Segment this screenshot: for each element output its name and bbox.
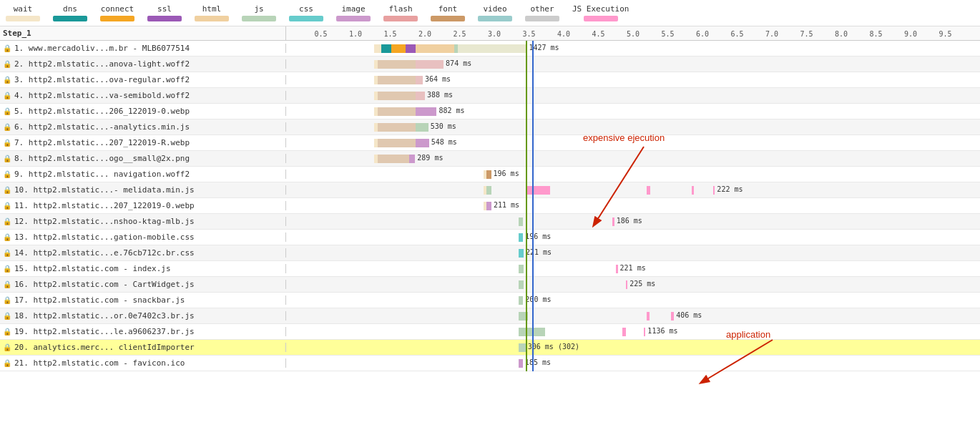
timeline-cell-9: 196 ms bbox=[286, 167, 980, 182]
lock-icon: 🔒 bbox=[3, 76, 11, 84]
row-label-12: 🔒12. http2.mlstatic...nshoo-ktag-mlb.js bbox=[0, 217, 286, 226]
timeline-cell-1: 1427 ms bbox=[286, 41, 980, 57]
bar-segment bbox=[374, 44, 381, 53]
tick-8: 8.0 bbox=[835, 30, 848, 38]
tick-7.5: 7.5 bbox=[800, 30, 813, 38]
bar-segment bbox=[406, 44, 416, 53]
bar-segment bbox=[519, 296, 523, 305]
bar-segment bbox=[416, 44, 454, 53]
vertical-line bbox=[532, 261, 534, 277]
bar-segment bbox=[647, 312, 650, 321]
row-label-1: 🔒1. www.mercadoliv...m.br - MLB6077514 bbox=[0, 44, 286, 53]
timeline-cell-20: 306 ms (302) bbox=[286, 340, 980, 356]
table-row: 🔒14. http2.mlstatic...e.76cb712c.br.css2… bbox=[0, 245, 980, 261]
table-row: 🔒19. http2.mlstatic...le.a9606237.br.js1… bbox=[0, 324, 980, 340]
table-row: 🔒5. http2.mlstatic...206_122019-0.webp88… bbox=[0, 104, 980, 119]
row-label-16: 🔒16. http2.mlstatic.com - CartWidget.js bbox=[0, 280, 286, 289]
table-row: 🔒8. http2.mlstatic...ogo__small@2x.png28… bbox=[0, 151, 980, 167]
legend-item-css: css bbox=[289, 4, 323, 21]
ms-label-8: 289 ms bbox=[417, 154, 443, 162]
vertical-line bbox=[526, 198, 527, 214]
tick-8.5: 8.5 bbox=[869, 30, 882, 38]
table-row: 🔒16. http2.mlstatic.com - CartWidget.js2… bbox=[0, 277, 980, 293]
timeline-cell-7: 548 ms bbox=[286, 135, 980, 151]
table-row: 🔒12. http2.mlstatic...nshoo-ktag-mlb.js1… bbox=[0, 214, 980, 230]
row-label-6: 🔒6. http2.mlstatic...-analytics.min.js bbox=[0, 122, 286, 132]
bar-segment bbox=[526, 186, 550, 195]
bar-segment bbox=[378, 123, 416, 132]
timeline-cell-4: 388 ms bbox=[286, 88, 980, 104]
vertical-line bbox=[532, 308, 534, 324]
row-label-8: 🔒8. http2.mlstatic...ogo__small@2x.png bbox=[0, 154, 286, 163]
vertical-line bbox=[532, 293, 534, 308]
vertical-line bbox=[526, 167, 527, 182]
legend-item-font: font bbox=[431, 4, 465, 21]
timeline-cell-11: 211 ms bbox=[286, 198, 980, 214]
bar-segment bbox=[671, 312, 674, 321]
legend: wait dns connect ssl html js css image f… bbox=[0, 0, 980, 26]
vertical-line bbox=[532, 214, 534, 230]
vertical-line bbox=[532, 119, 534, 135]
vertical-line bbox=[526, 151, 527, 167]
lock-icon: 🔒 bbox=[3, 217, 11, 225]
ms-label-13: 196 ms bbox=[525, 233, 551, 240]
table-row: 🔒10. http2.mlstatic...- melidata.min.js2… bbox=[0, 182, 980, 198]
table-row: 🔒13. http2.mlstatic...gation-mobile.css1… bbox=[0, 230, 980, 245]
bar-segment bbox=[378, 139, 416, 147]
row-label-5: 🔒5. http2.mlstatic...206_122019-0.webp bbox=[0, 107, 286, 116]
legend-item-html: html bbox=[195, 4, 229, 21]
tick-3: 3.0 bbox=[488, 30, 501, 38]
timeline-ticks: 0.51.01.52.02.53.03.54.04.55.05.56.06.57… bbox=[286, 26, 980, 39]
vertical-line bbox=[526, 57, 527, 72]
bar-segment bbox=[486, 202, 491, 210]
vertical-line bbox=[532, 104, 534, 119]
ms-label-11: 211 ms bbox=[494, 201, 519, 209]
lock-icon: 🔒 bbox=[3, 343, 11, 351]
lock-icon: 🔒 bbox=[3, 155, 11, 162]
timeline-cell-2: 874 ms bbox=[286, 57, 980, 72]
row-label-2: 🔒2. http2.mlstatic...anova-light.woff2 bbox=[0, 59, 286, 69]
bar-segment bbox=[378, 76, 416, 84]
row-label-20: 🔒20. analytics.merc... clientIdImporter bbox=[0, 343, 286, 352]
ms-label-9: 196 ms bbox=[494, 170, 519, 177]
bar-segment bbox=[622, 328, 626, 336]
legend-item-flash: flash bbox=[383, 4, 418, 21]
lock-icon: 🔒 bbox=[3, 359, 11, 367]
vertical-line bbox=[532, 230, 534, 245]
bar-segment bbox=[616, 265, 618, 273]
lock-icon: 🔒 bbox=[3, 107, 11, 115]
ms-label-2: 874 ms bbox=[446, 59, 471, 67]
bar-segment bbox=[416, 123, 428, 132]
tick-2.5: 2.5 bbox=[453, 30, 466, 38]
lock-icon: 🔒 bbox=[3, 139, 11, 147]
tick-0.5: 0.5 bbox=[314, 30, 327, 38]
vertical-line bbox=[532, 324, 534, 340]
bar-segment bbox=[519, 265, 524, 273]
timeline-cell-18: 406 ms bbox=[286, 308, 980, 324]
timeline-cell-13: 196 ms bbox=[286, 230, 980, 245]
lock-icon: 🔒 bbox=[3, 233, 11, 241]
table-row: 🔒17. http2.mlstatic.com - snackbar.js200… bbox=[0, 293, 980, 308]
vertical-line bbox=[532, 198, 534, 214]
ms-label-6: 530 ms bbox=[431, 122, 456, 130]
ms-label-16: 225 ms bbox=[629, 280, 655, 288]
timeline-cell-6: 530 ms bbox=[286, 119, 980, 135]
bar-segment bbox=[458, 44, 527, 53]
row-label-4: 🔒4. http2.mlstatic...va-semibold.woff2 bbox=[0, 91, 286, 100]
lock-icon: 🔒 bbox=[3, 296, 11, 304]
lock-icon: 🔒 bbox=[3, 280, 11, 288]
vertical-line bbox=[532, 182, 534, 198]
bar-segment bbox=[486, 170, 491, 179]
table-row: 🔒4. http2.mlstatic...va-semibold.woff238… bbox=[0, 88, 980, 104]
table-row: 🔒21. http2.mlstatic.com - favicon.ico185… bbox=[0, 356, 980, 371]
timeline-cell-10: 222 ms bbox=[286, 182, 980, 198]
tick-9.5: 9.5 bbox=[939, 30, 951, 38]
vertical-line bbox=[532, 151, 534, 167]
bar-segment bbox=[519, 249, 524, 258]
table-row: 🔒9. http2.mlstatic... navigation.woff219… bbox=[0, 167, 980, 182]
timeline-cell-14: 221 ms bbox=[286, 245, 980, 261]
legend-item-connect: connect bbox=[100, 4, 134, 21]
row-label-7: 🔒7. http2.mlstatic...207_122019-R.webp bbox=[0, 138, 286, 147]
tick-5.5: 5.5 bbox=[661, 30, 674, 38]
lock-icon: 🔒 bbox=[3, 44, 11, 52]
